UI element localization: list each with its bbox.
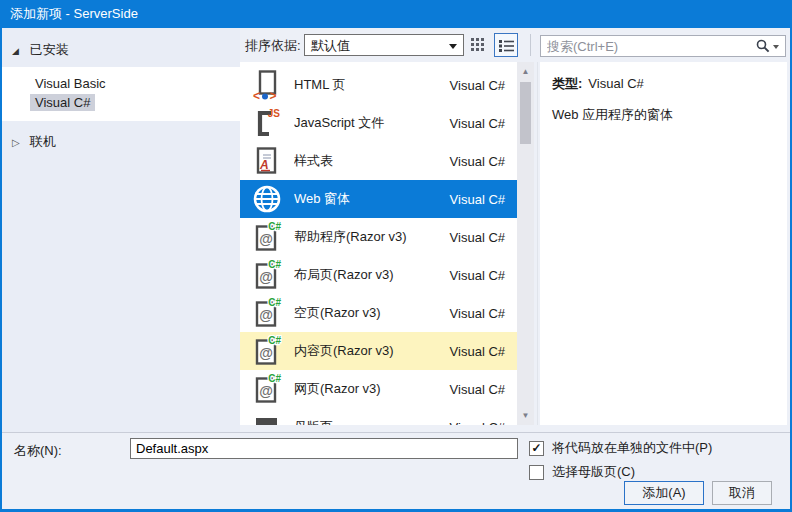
- item-language: Visual C#: [450, 192, 505, 207]
- list-item[interactable]: @ C# 空页(Razor v3) Visual C#: [240, 294, 517, 332]
- item-label: HTML 页: [294, 76, 450, 94]
- item-label: 样式表: [294, 152, 450, 170]
- item-language: Visual C#: [450, 230, 505, 245]
- item-language: Visual C#: [450, 382, 505, 397]
- details-panel: 类型:Visual C# Web 应用程序的窗体: [540, 62, 787, 425]
- list-item[interactable]: JS JavaScript 文件 Visual C#: [240, 104, 517, 142]
- tree-expanded-icon: ◢: [12, 46, 26, 56]
- sidebar-item-visual-csharp[interactable]: Visual C#: [2, 93, 240, 112]
- checkbox-unchecked-icon[interactable]: [529, 465, 544, 480]
- type-label: 类型:: [552, 76, 582, 91]
- sidebar-section-label: 已安装: [30, 42, 69, 57]
- name-label: 名称(N):: [14, 442, 62, 460]
- svg-text:@: @: [259, 231, 273, 247]
- svg-text:C#: C#: [268, 297, 281, 308]
- add-button[interactable]: 添加(A): [624, 481, 704, 505]
- template-type-row: 类型:Visual C#: [552, 75, 775, 93]
- chevron-down-icon: [449, 44, 457, 53]
- sidebar-item-visual-basic[interactable]: Visual Basic: [2, 74, 240, 93]
- svg-text:JS: JS: [268, 108, 281, 119]
- list-view-icon[interactable]: [494, 33, 518, 57]
- window-title: 添加新项 - ServerSide: [10, 5, 138, 23]
- svg-text:C#: C#: [268, 335, 281, 346]
- list-item[interactable]: < > HTML 页 Visual C#: [240, 66, 517, 104]
- list-item[interactable]: @ C# 布局页(Razor v3) Visual C#: [240, 256, 517, 294]
- type-value: Visual C#: [588, 76, 643, 91]
- item-label: 空页(Razor v3): [294, 304, 450, 322]
- sidebar-section-label: 联机: [30, 134, 56, 149]
- template-description: Web 应用程序的窗体: [552, 106, 775, 124]
- scroll-down-icon[interactable]: ▼: [517, 407, 534, 424]
- category-sidebar: ◢ 已安装 Visual Basic Visual C# ▷ 联机: [2, 28, 240, 432]
- checkbox-label: 选择母版页(C): [552, 463, 635, 481]
- item-icon: A: [252, 145, 282, 177]
- sort-by-value: 默认值: [311, 38, 350, 53]
- checkbox-select-master-page[interactable]: 选择母版页(C): [529, 463, 635, 481]
- svg-text:@: @: [259, 269, 273, 285]
- item-language: Visual C#: [450, 420, 505, 426]
- item-icon: [252, 183, 282, 215]
- item-label: 布局页(Razor v3): [294, 266, 450, 284]
- list-item[interactable]: @ C# 帮助程序(Razor v3) Visual C#: [240, 218, 517, 256]
- sidebar-item-label: Visual Basic: [30, 75, 111, 92]
- title-bar: 添加新项 - ServerSide: [0, 0, 792, 28]
- item-icon: < >: [252, 69, 282, 101]
- item-label: 网页(Razor v3): [294, 380, 450, 398]
- sidebar-items-panel: Visual Basic Visual C#: [2, 67, 240, 121]
- cancel-button[interactable]: 取消: [712, 481, 772, 505]
- checkbox-code-separate-file[interactable]: ✓ 将代码放在单独的文件中(P): [529, 439, 712, 457]
- item-icon: JS: [252, 107, 282, 139]
- svg-text:@: @: [259, 307, 273, 323]
- item-icon: @ C#: [252, 297, 282, 329]
- item-icon: @ C#: [252, 335, 282, 367]
- list-item[interactable]: @ C# 内容页(Razor v3) Visual C#: [240, 332, 517, 370]
- small-icons-view-icon[interactable]: [471, 38, 487, 52]
- item-label: 母版页: [294, 418, 450, 425]
- item-label: 内容页(Razor v3): [294, 342, 450, 360]
- sidebar-section-online[interactable]: ▷ 联机: [2, 130, 240, 154]
- svg-text:C#: C#: [268, 373, 281, 384]
- toolbar-divider: [530, 34, 531, 56]
- tree-collapsed-icon: ▷: [12, 137, 26, 148]
- sort-by-label: 排序依据:: [245, 37, 301, 55]
- sidebar-item-label-selected: Visual C#: [30, 94, 95, 111]
- item-icon: @ C#: [252, 259, 282, 291]
- item-language: Visual C#: [450, 306, 505, 321]
- svg-text:C#: C#: [268, 259, 281, 270]
- footer-panel: 名称(N): ✓ 将代码放在单独的文件中(P) 选择母版页(C) 添加(A) 取…: [2, 432, 790, 509]
- name-input[interactable]: [130, 438, 518, 459]
- item-language: Visual C#: [450, 268, 505, 283]
- list-item[interactable]: Web 窗体 Visual C#: [240, 180, 517, 218]
- search-input[interactable]: [541, 39, 756, 54]
- list-item[interactable]: A 样式表 Visual C#: [240, 142, 517, 180]
- item-language: Visual C#: [450, 116, 505, 131]
- scrollbar-thumb[interactable]: [520, 82, 531, 144]
- checkbox-checked-icon[interactable]: ✓: [529, 441, 544, 456]
- svg-text:<: <: [253, 89, 260, 101]
- sidebar-section-installed[interactable]: ◢ 已安装: [2, 38, 240, 62]
- item-label: Web 窗体: [294, 190, 450, 208]
- item-language: Visual C#: [450, 154, 505, 169]
- item-icon: [252, 411, 282, 425]
- svg-text:C#: C#: [268, 221, 281, 232]
- item-icon: @ C#: [252, 373, 282, 405]
- search-icon[interactable]: [756, 39, 770, 53]
- svg-text:>: >: [270, 89, 277, 101]
- item-icon: @ C#: [252, 221, 282, 253]
- item-language: Visual C#: [450, 78, 505, 93]
- template-list: < > HTML 页 Visual C# JS JavaScript 文件 Vi…: [240, 62, 517, 425]
- list-item[interactable]: @ C# 网页(Razor v3) Visual C#: [240, 370, 517, 408]
- search-options-caret-icon[interactable]: [773, 45, 779, 52]
- checkbox-label: 将代码放在单独的文件中(P): [552, 439, 712, 457]
- item-language: Visual C#: [450, 344, 505, 359]
- list-scrollbar[interactable]: ▲ ▼: [517, 62, 534, 425]
- svg-text:@: @: [259, 383, 273, 399]
- panel-divider: [537, 62, 538, 425]
- list-toolbar: 排序依据: 默认值: [240, 28, 792, 62]
- search-box: [540, 35, 786, 57]
- item-label: 帮助程序(Razor v3): [294, 228, 450, 246]
- list-item[interactable]: 母版页 Visual C#: [240, 408, 517, 425]
- scroll-up-icon[interactable]: ▲: [517, 63, 534, 80]
- sort-by-dropdown[interactable]: 默认值: [304, 34, 464, 56]
- item-label: JavaScript 文件: [294, 114, 450, 132]
